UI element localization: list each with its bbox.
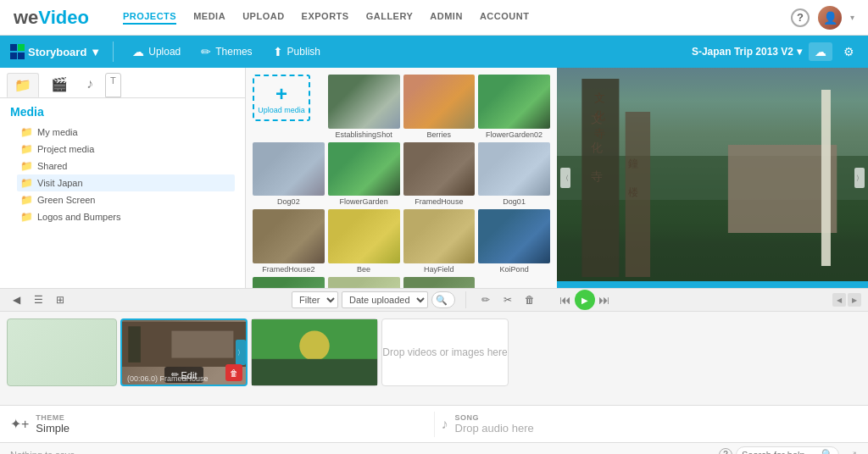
cloud-button[interactable]: ☁ bbox=[809, 42, 832, 61]
avatar-dropdown-arrow[interactable]: ▾ bbox=[850, 13, 854, 22]
filter-dropdown[interactable]: Filter bbox=[292, 291, 338, 308]
tree-item-visit-japan[interactable]: 📁 Visit Japan bbox=[17, 174, 235, 191]
media-thumb-bee bbox=[328, 209, 400, 263]
drop-label: Drop videos or images here bbox=[382, 346, 507, 360]
clip-delete-button-overlay[interactable]: 🗑 bbox=[225, 364, 242, 381]
list-item[interactable]: SideHouse bbox=[403, 277, 476, 288]
nav-media[interactable]: MEDIA bbox=[193, 11, 225, 25]
tab-video[interactable]: 🎬 bbox=[44, 73, 75, 97]
preview-scene: 文 化 寺 鐘 楼 文化寺 〈 〉 bbox=[557, 68, 868, 288]
skip-back-button[interactable]: ⏮ bbox=[559, 293, 571, 307]
timeline-track: 00:10:11 〈 ✏ Edit 〉 (00:06.0) FramedHous… bbox=[7, 318, 861, 386]
preview-handle-right[interactable]: 〉 bbox=[854, 168, 865, 188]
nav-exports[interactable]: EXPORTS bbox=[302, 11, 349, 25]
fullscreen-button[interactable]: ⤢ bbox=[848, 448, 858, 455]
clip-framed-house[interactable]: 00:10:11 〈 ✏ Edit 〉 (00:06.0) FramedHous… bbox=[120, 318, 248, 386]
tree-item-logos[interactable]: 📁 Logos and Bumpers bbox=[17, 208, 235, 225]
media-label: Berries bbox=[403, 130, 476, 139]
panel-tabs: 📁 🎬 ♪ T bbox=[0, 68, 245, 98]
drop-zone[interactable]: Drop videos or images here bbox=[381, 318, 509, 386]
svg-rect-2 bbox=[728, 145, 837, 233]
nav-admin[interactable]: ADMIN bbox=[430, 11, 463, 25]
media-grid: + Upload media EstablishingShot Berries … bbox=[246, 68, 557, 288]
clip-edit-button[interactable]: ✏ bbox=[476, 291, 495, 309]
tree-item-project-media[interactable]: 📁 Project media bbox=[17, 141, 235, 158]
tab-media[interactable]: 📁 bbox=[7, 73, 39, 97]
timeline-next-arrow[interactable]: ▶ bbox=[848, 293, 861, 307]
nav-projects[interactable]: PROJECTS bbox=[123, 11, 176, 25]
tree-item-my-media[interactable]: 📁 My media bbox=[17, 124, 235, 141]
clip-cut-button[interactable]: ✂ bbox=[498, 291, 517, 309]
timeline-collapse-button[interactable]: ◀ bbox=[7, 291, 25, 309]
timeline-prev-arrow[interactable]: ◀ bbox=[832, 293, 846, 307]
storyboard-button[interactable]: Storyboard ▼ bbox=[10, 44, 101, 59]
search-help-box[interactable]: 🔍 bbox=[736, 446, 839, 455]
list-item[interactable]: Dog01 bbox=[478, 142, 550, 207]
svg-point-17 bbox=[299, 330, 329, 360]
list-item[interactable]: FlowerGarden02 bbox=[478, 75, 550, 139]
list-item[interactable]: EstablishingShot bbox=[328, 75, 400, 139]
media-thumb-ricefield bbox=[328, 277, 400, 288]
media-title: Media bbox=[10, 105, 235, 119]
list-item[interactable]: FlowerGarden bbox=[328, 142, 400, 207]
logo-video: Video bbox=[38, 7, 89, 29]
tree-item-green-screen[interactable]: 📁 Green Screen bbox=[17, 191, 235, 208]
media-label: FlowerGarden bbox=[328, 197, 400, 206]
list-item[interactable]: RiceFarmer bbox=[253, 277, 325, 288]
help-button[interactable]: ? bbox=[791, 8, 810, 27]
clip-delete-button[interactable]: 🗑 bbox=[520, 291, 539, 309]
preview-handle-left[interactable]: 〈 bbox=[560, 168, 570, 188]
theme-info: THEME Simple bbox=[36, 413, 70, 435]
media-thumb-flowergarden bbox=[328, 142, 400, 197]
media-thumb-koipond bbox=[478, 209, 550, 263]
tab-text[interactable]: T bbox=[105, 73, 121, 97]
upload-button[interactable]: ☁ Upload bbox=[125, 42, 187, 62]
toolbar: Storyboard ▼ ☁ Upload ✏ Themes ⬆ Publish… bbox=[0, 36, 868, 68]
theme-name[interactable]: Simple bbox=[36, 422, 70, 435]
list-item[interactable]: Berries bbox=[403, 75, 476, 139]
nav-upload[interactable]: UPLOAD bbox=[242, 11, 284, 25]
nav-account[interactable]: ACCOUNT bbox=[480, 11, 530, 25]
media-label: FramedHouse2 bbox=[253, 265, 325, 274]
help-circle-button[interactable]: ? bbox=[719, 448, 732, 455]
list-item[interactable]: FramedHouse2 bbox=[253, 209, 325, 274]
search-help-input[interactable] bbox=[742, 450, 818, 455]
upload-icon: ☁ bbox=[132, 45, 144, 58]
clip-handle-right[interactable]: 〉 bbox=[236, 340, 246, 365]
list-item[interactable]: Dog02 bbox=[253, 142, 325, 207]
song-info: SONG Drop audio here bbox=[455, 413, 534, 435]
clip-garden-preview bbox=[252, 319, 377, 385]
publish-button[interactable]: ⬆ Publish bbox=[266, 42, 327, 62]
tree-item-shared[interactable]: 📁 Shared bbox=[17, 158, 235, 174]
clip-placeholder bbox=[7, 318, 117, 386]
timeline-view-list[interactable]: ☰ bbox=[29, 291, 47, 309]
avatar[interactable]: 👤 bbox=[818, 6, 842, 30]
nav-gallery[interactable]: GALLERY bbox=[366, 11, 414, 25]
timeline-filter-area: Filter Date uploaded 🔍 bbox=[292, 291, 455, 308]
tab-audio[interactable]: ♪ bbox=[80, 73, 100, 97]
list-item[interactable]: RiceField bbox=[328, 277, 400, 288]
project-dropdown-arrow[interactable]: ▾ bbox=[797, 46, 802, 58]
themes-button[interactable]: ✏ Themes bbox=[194, 42, 259, 62]
list-item[interactable]: Bee bbox=[328, 209, 400, 274]
publish-icon: ⬆ bbox=[273, 45, 283, 58]
date-filter-dropdown[interactable]: Date uploaded bbox=[342, 291, 428, 308]
skip-forward-button[interactable]: ⏭ bbox=[598, 293, 610, 307]
list-item[interactable]: FramedHouse bbox=[403, 142, 476, 207]
list-item[interactable]: KoiPond bbox=[478, 209, 550, 274]
list-item[interactable]: HayField bbox=[403, 209, 476, 274]
clip-garden[interactable] bbox=[251, 318, 378, 386]
play-button[interactable]: ▶ bbox=[575, 290, 595, 310]
upload-media-button[interactable]: + Upload media bbox=[253, 75, 310, 121]
theme-divider bbox=[434, 412, 435, 437]
settings-button[interactable]: ⚙ bbox=[839, 42, 858, 61]
project-name[interactable]: S-Japan Trip 2013 V2 ▾ bbox=[692, 46, 802, 58]
song-name[interactable]: Drop audio here bbox=[455, 422, 534, 435]
timeline-view-grid[interactable]: ⊞ bbox=[51, 291, 70, 309]
svg-text:寺: 寺 bbox=[591, 169, 603, 183]
music-icon: ♪ bbox=[442, 417, 448, 432]
song-section: ♪ SONG Drop audio here bbox=[442, 413, 859, 435]
playback-controls: ⏮ ▶ ⏭ bbox=[559, 290, 610, 310]
folder-icon: 📁 bbox=[20, 211, 33, 223]
storyboard-dropdown-arrow[interactable]: ▼ bbox=[90, 46, 101, 58]
